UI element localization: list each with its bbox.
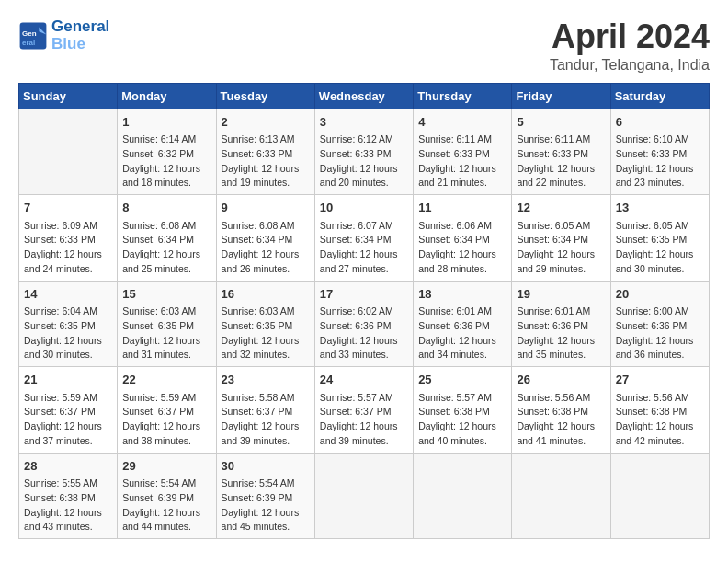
day-info: Sunrise: 6:11 AM	[418, 132, 506, 147]
day-info: Sunrise: 6:13 AM	[222, 132, 310, 147]
day-info: Daylight: 12 hours	[122, 334, 210, 349]
logo-text: General Blue	[51, 18, 109, 52]
calendar-cell: 30Sunrise: 5:54 AMSunset: 6:39 PMDayligh…	[216, 453, 314, 539]
day-info: Daylight: 12 hours	[122, 162, 210, 177]
day-info: Sunrise: 5:59 AM	[24, 391, 112, 406]
calendar-cell: 7Sunrise: 6:09 AMSunset: 6:33 PMDaylight…	[19, 195, 118, 282]
day-info: Sunrise: 6:05 AM	[517, 219, 605, 234]
day-info: Sunset: 6:33 PM	[517, 147, 605, 162]
day-info: Sunrise: 6:02 AM	[320, 304, 408, 319]
day-info: Sunrise: 6:06 AM	[418, 219, 506, 234]
calendar-cell: 9Sunrise: 6:08 AMSunset: 6:34 PMDaylight…	[216, 195, 314, 282]
day-info: and 28 minutes.	[418, 262, 506, 277]
calendar-cell: 14Sunrise: 6:04 AMSunset: 6:35 PMDayligh…	[19, 281, 118, 367]
day-info: and 23 minutes.	[616, 176, 704, 190]
calendar-cell: 12Sunrise: 6:05 AMSunset: 6:34 PMDayligh…	[512, 195, 610, 282]
day-info: Sunset: 6:33 PM	[616, 147, 704, 162]
day-info: and 26 minutes.	[222, 262, 310, 277]
calendar-cell: 15Sunrise: 6:03 AMSunset: 6:35 PMDayligh…	[118, 281, 216, 367]
day-number: 22	[122, 371, 210, 389]
calendar-cell	[610, 453, 709, 539]
day-info: Daylight: 12 hours	[320, 419, 408, 434]
day-number: 7	[24, 199, 112, 217]
day-info: Sunset: 6:35 PM	[122, 319, 210, 334]
day-info: and 40 minutes.	[418, 434, 506, 449]
logo-blue: Blue	[51, 36, 109, 53]
day-info: Daylight: 12 hours	[24, 334, 112, 349]
day-info: and 30 minutes.	[24, 348, 112, 362]
calendar-cell: 28Sunrise: 5:55 AMSunset: 6:38 PMDayligh…	[19, 453, 118, 539]
day-info: Sunset: 6:33 PM	[222, 147, 310, 162]
day-info: and 45 minutes.	[222, 520, 310, 534]
day-number: 5	[517, 113, 605, 132]
day-info: Sunrise: 6:10 AM	[616, 132, 704, 147]
calendar-cell: 18Sunrise: 6:01 AMSunset: 6:36 PMDayligh…	[414, 281, 512, 367]
calendar-cell: 24Sunrise: 5:57 AMSunset: 6:37 PMDayligh…	[314, 367, 413, 454]
day-number: 19	[517, 285, 605, 304]
calendar-cell: 11Sunrise: 6:06 AMSunset: 6:34 PMDayligh…	[414, 195, 512, 282]
day-info: and 42 minutes.	[616, 434, 704, 449]
day-number: 30	[222, 457, 310, 476]
day-number: 6	[616, 113, 704, 132]
day-number: 9	[222, 199, 310, 217]
weekday-header-sunday: Sunday	[19, 83, 118, 109]
day-info: Daylight: 12 hours	[418, 334, 506, 349]
day-info: and 18 minutes.	[122, 176, 210, 190]
day-info: Daylight: 12 hours	[122, 506, 210, 521]
day-info: Sunset: 6:33 PM	[24, 233, 112, 247]
day-number: 12	[517, 199, 605, 217]
calendar-cell	[414, 453, 512, 539]
day-info: Sunrise: 5:54 AM	[222, 477, 310, 491]
day-info: and 32 minutes.	[222, 348, 310, 362]
day-number: 11	[418, 199, 506, 217]
calendar-cell: 17Sunrise: 6:02 AMSunset: 6:36 PMDayligh…	[314, 281, 413, 367]
day-info: Sunset: 6:38 PM	[24, 491, 112, 506]
day-info: Sunset: 6:36 PM	[418, 319, 506, 334]
day-info: Sunset: 6:37 PM	[122, 405, 210, 419]
calendar-cell: 25Sunrise: 5:57 AMSunset: 6:38 PMDayligh…	[414, 367, 512, 454]
calendar-cell: 13Sunrise: 6:05 AMSunset: 6:35 PMDayligh…	[610, 195, 709, 282]
day-info: Daylight: 12 hours	[517, 247, 605, 262]
day-info: Sunset: 6:38 PM	[418, 405, 506, 419]
day-info: Sunrise: 6:03 AM	[222, 304, 310, 319]
day-info: Sunrise: 6:11 AM	[517, 132, 605, 147]
day-info: Sunrise: 5:56 AM	[616, 391, 704, 406]
day-info: Daylight: 12 hours	[122, 247, 210, 262]
day-info: and 25 minutes.	[122, 262, 210, 277]
day-info: Daylight: 12 hours	[222, 334, 310, 349]
weekday-header-monday: Monday	[118, 83, 216, 109]
calendar-cell: 5Sunrise: 6:11 AMSunset: 6:33 PMDaylight…	[512, 109, 610, 195]
calendar-cell: 22Sunrise: 5:59 AMSunset: 6:37 PMDayligh…	[118, 367, 216, 454]
day-number: 2	[222, 113, 310, 132]
day-info: Sunset: 6:34 PM	[222, 233, 310, 247]
day-number: 24	[320, 371, 408, 389]
calendar-cell: 2Sunrise: 6:13 AMSunset: 6:33 PMDaylight…	[216, 109, 314, 195]
title-area: April 2024 Tandur, Telangana, India	[550, 18, 710, 74]
day-info: Daylight: 12 hours	[517, 334, 605, 349]
day-info: Sunrise: 6:01 AM	[418, 304, 506, 319]
day-info: Daylight: 12 hours	[122, 419, 210, 434]
day-info: Sunrise: 6:08 AM	[222, 219, 310, 234]
day-info: Sunset: 6:39 PM	[122, 491, 210, 506]
day-info: and 29 minutes.	[517, 262, 605, 277]
day-info: Daylight: 12 hours	[418, 162, 506, 177]
calendar-cell: 23Sunrise: 5:58 AMSunset: 6:37 PMDayligh…	[216, 367, 314, 454]
day-info: Sunrise: 5:56 AM	[517, 391, 605, 406]
calendar-week-row: 21Sunrise: 5:59 AMSunset: 6:37 PMDayligh…	[19, 367, 710, 454]
day-number: 16	[222, 285, 310, 304]
calendar-cell: 29Sunrise: 5:54 AMSunset: 6:39 PMDayligh…	[118, 453, 216, 539]
day-number: 29	[122, 457, 210, 476]
day-info: and 37 minutes.	[24, 434, 112, 449]
day-info: Daylight: 12 hours	[616, 247, 704, 262]
day-info: Sunset: 6:39 PM	[222, 491, 310, 506]
weekday-header-friday: Friday	[512, 83, 610, 109]
day-info: Sunset: 6:35 PM	[222, 319, 310, 334]
day-info: Sunset: 6:35 PM	[616, 233, 704, 247]
day-info: and 21 minutes.	[418, 176, 506, 190]
calendar-week-row: 7Sunrise: 6:09 AMSunset: 6:33 PMDaylight…	[19, 195, 710, 282]
calendar-cell	[512, 453, 610, 539]
day-info: Sunset: 6:32 PM	[122, 147, 210, 162]
day-number: 23	[222, 371, 310, 389]
svg-text:Gen: Gen	[22, 29, 37, 38]
weekday-header-row: SundayMondayTuesdayWednesdayThursdayFrid…	[19, 83, 710, 109]
